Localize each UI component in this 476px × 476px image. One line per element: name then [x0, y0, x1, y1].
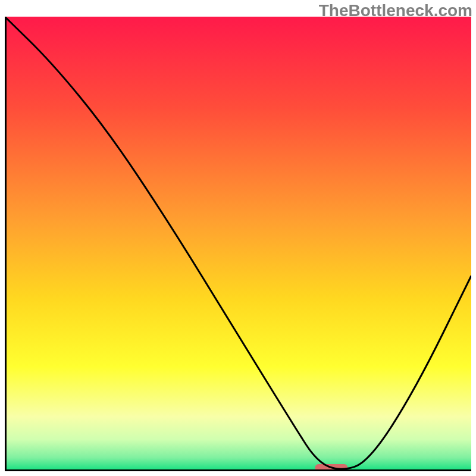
watermark-text: TheBottleneck.com [319, 1, 472, 20]
chart-container: TheBottleneck.com [0, 0, 476, 476]
chart-background [5, 17, 471, 471]
chart-svg [5, 17, 471, 471]
chart-area [5, 17, 471, 471]
